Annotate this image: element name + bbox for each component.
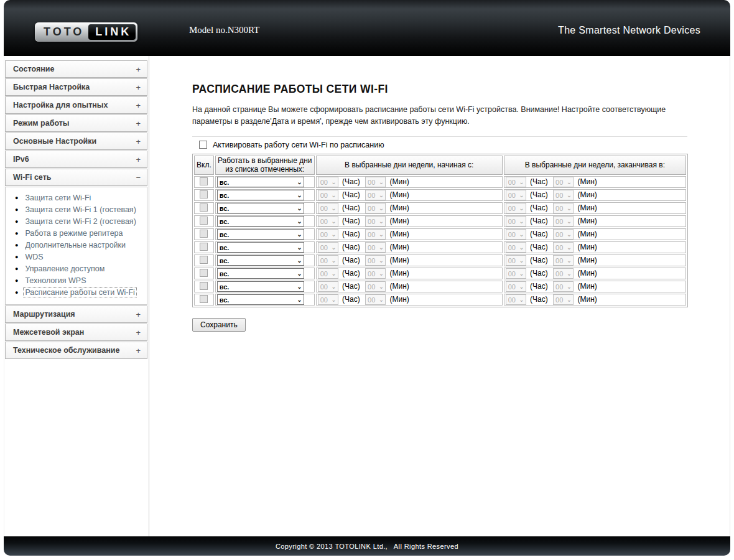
start-min-select[interactable]: 00: [365, 203, 386, 213]
end-hour-select[interactable]: 00: [506, 177, 526, 187]
start-min-select[interactable]: 00: [365, 242, 386, 253]
sidebar-subitem[interactable]: ● Дополнительные настройки: [6, 240, 144, 251]
end-hour-select[interactable]: 00: [506, 255, 526, 266]
expand-toggle-icon[interactable]: +: [136, 65, 141, 74]
end-hour-select[interactable]: 00: [506, 203, 526, 213]
day-select[interactable]: вс.: [217, 255, 304, 266]
start-hour-select[interactable]: 00: [318, 281, 338, 292]
day-select[interactable]: вс.: [217, 216, 304, 226]
sidebar-section[interactable]: IPv6 +: [5, 151, 147, 168]
expand-toggle-icon[interactable]: +: [136, 137, 141, 146]
expand-toggle-icon[interactable]: +: [136, 119, 141, 128]
expand-toggle-icon[interactable]: +: [136, 101, 141, 110]
sidebar-subitem[interactable]: ● Технология WPS: [6, 275, 144, 287]
sidebar-subitem[interactable]: ● Защита сети Wi-Fi: [6, 192, 144, 204]
day-select[interactable]: вс.: [217, 177, 304, 187]
end-hour-select[interactable]: 00: [506, 242, 526, 253]
start-min-select[interactable]: 00: [365, 229, 386, 240]
row-enable-checkbox[interactable]: [200, 230, 208, 238]
row-enable-checkbox[interactable]: [200, 269, 208, 277]
day-select[interactable]: вс.: [217, 203, 304, 213]
end-hour-select[interactable]: 00: [506, 216, 526, 226]
start-hour-select[interactable]: 00: [318, 255, 338, 266]
row-enable-checkbox[interactable]: [200, 177, 208, 185]
row-enable-checkbox[interactable]: [200, 282, 208, 290]
end-min-select[interactable]: 00: [553, 177, 574, 187]
sidebar-section[interactable]: Настройка для опытных +: [5, 96, 147, 114]
expand-toggle-icon[interactable]: +: [136, 155, 141, 164]
sidebar-subitem[interactable]: ● WDS: [6, 251, 144, 263]
end-hour-select[interactable]: 00: [506, 190, 526, 200]
sidebar-subitem-link[interactable]: Защита сети Wi-Fi: [24, 194, 92, 202]
end-min-select[interactable]: 00: [553, 190, 574, 200]
sidebar-section[interactable]: Режим работы +: [5, 114, 147, 132]
end-min-select[interactable]: 00: [553, 255, 574, 266]
start-min-select[interactable]: 00: [365, 190, 386, 200]
start-hour-select[interactable]: 00: [318, 242, 338, 253]
sidebar-subitem-link[interactable]: Технология WPS: [24, 276, 87, 285]
row-enable-checkbox[interactable]: [200, 256, 208, 264]
start-hour-select[interactable]: 00: [318, 229, 338, 240]
end-min-select[interactable]: 00: [553, 268, 574, 279]
day-select[interactable]: вс.: [217, 242, 304, 253]
start-hour-select[interactable]: 00: [318, 177, 338, 187]
end-min-select[interactable]: 00: [553, 216, 574, 226]
start-hour-select[interactable]: 00: [318, 190, 338, 200]
row-enable-checkbox[interactable]: [200, 295, 208, 303]
day-select[interactable]: вс.: [217, 229, 304, 240]
save-button[interactable]: Сохранить: [192, 318, 246, 332]
sidebar-section[interactable]: Состояние +: [5, 60, 147, 78]
sidebar-section[interactable]: Маршрутизация +: [5, 306, 147, 323]
start-hour-select[interactable]: 00: [318, 294, 338, 305]
row-enable-checkbox[interactable]: [200, 203, 208, 212]
expand-toggle-icon[interactable]: +: [136, 328, 141, 337]
sidebar-subitem-link[interactable]: Дополнительные настройки: [24, 241, 127, 250]
sidebar-subitem[interactable]: ● Расписание работы сети Wi-Fi: [6, 287, 144, 299]
end-min-select[interactable]: 00: [553, 294, 574, 305]
start-min-select[interactable]: 00: [365, 281, 386, 292]
sidebar-subitem-link[interactable]: Работа в режиме репитера: [24, 229, 124, 238]
sidebar-section[interactable]: Межсетевой экран +: [5, 324, 147, 341]
end-min-select[interactable]: 00: [553, 281, 574, 292]
sidebar-subitem[interactable]: ● Защита сети Wi-Fi 1 (гостевая): [6, 204, 144, 216]
end-min-select[interactable]: 00: [553, 242, 574, 253]
row-enable-checkbox[interactable]: [200, 190, 208, 198]
end-hour-select[interactable]: 00: [506, 294, 526, 305]
end-hour-select[interactable]: 00: [506, 281, 526, 292]
end-hour-select[interactable]: 00: [506, 229, 526, 240]
expand-toggle-icon[interactable]: +: [136, 83, 141, 92]
start-min-select[interactable]: 00: [365, 294, 386, 305]
sidebar-section[interactable]: Основные Настройки +: [5, 133, 147, 150]
sidebar-subitem-link[interactable]: WDS: [24, 253, 44, 261]
expand-toggle-icon[interactable]: +: [136, 310, 141, 319]
sidebar-section[interactable]: Техническое обслуживание +: [5, 342, 147, 359]
start-min-select[interactable]: 00: [365, 216, 386, 226]
sidebar-subitem-link[interactable]: Расписание работы сети Wi-Fi: [24, 288, 136, 297]
day-select[interactable]: вс.: [217, 268, 304, 279]
start-hour-select[interactable]: 00: [318, 203, 338, 213]
sidebar-section[interactable]: Быстрая Настройка +: [5, 78, 147, 96]
end-min-select[interactable]: 00: [553, 229, 574, 240]
sidebar-subitem[interactable]: ● Работа в режиме репитера: [6, 228, 144, 240]
expand-toggle-icon[interactable]: +: [136, 346, 141, 355]
start-min-select[interactable]: 00: [365, 268, 386, 279]
start-hour-select[interactable]: 00: [318, 216, 338, 226]
day-select[interactable]: вс.: [217, 294, 304, 305]
start-min-select[interactable]: 00: [365, 177, 386, 187]
sidebar-subitem[interactable]: ● Управление доступом: [6, 263, 144, 275]
row-enable-checkbox[interactable]: [200, 243, 208, 251]
expand-toggle-icon[interactable]: −: [136, 173, 141, 182]
start-hour-select[interactable]: 00: [318, 268, 338, 279]
end-min-select[interactable]: 00: [553, 203, 574, 213]
enable-schedule-checkbox[interactable]: [199, 141, 207, 149]
sidebar-subitem-link[interactable]: Управление доступом: [24, 264, 106, 273]
end-hour-select[interactable]: 00: [506, 268, 526, 279]
sidebar-subitem-link[interactable]: Защита сети Wi-Fi 1 (гостевая): [24, 205, 137, 214]
sidebar-subitem[interactable]: ● Защита сети Wi-Fi 2 (гостевая): [6, 216, 144, 228]
day-select[interactable]: вс.: [217, 190, 304, 200]
row-enable-checkbox[interactable]: [200, 217, 208, 225]
sidebar-section[interactable]: Wi-Fi сеть −: [5, 169, 147, 186]
start-min-select[interactable]: 00: [365, 255, 386, 266]
day-select[interactable]: вс.: [217, 281, 304, 292]
sidebar-subitem-link[interactable]: Защита сети Wi-Fi 2 (гостевая): [24, 217, 137, 226]
